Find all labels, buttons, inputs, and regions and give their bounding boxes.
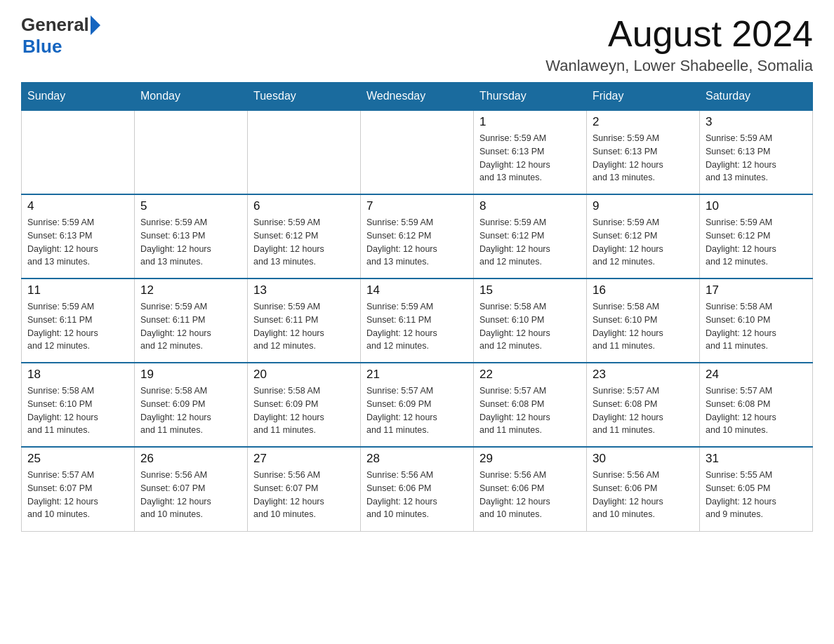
day-info: Sunrise: 5:55 AM Sunset: 6:05 PM Dayligh… (706, 469, 807, 521)
day-number: 18 (27, 368, 128, 382)
calendar-cell (361, 110, 474, 194)
title-area: August 2024 Wanlaweyn, Lower Shabeelle, … (545, 14, 813, 75)
day-info: Sunrise: 5:59 AM Sunset: 6:13 PM Dayligh… (593, 132, 694, 185)
calendar-cell: 10Sunrise: 5:59 AM Sunset: 6:12 PM Dayli… (700, 194, 813, 279)
calendar-week-row: 18Sunrise: 5:58 AM Sunset: 6:10 PM Dayli… (22, 363, 813, 447)
day-info: Sunrise: 5:56 AM Sunset: 6:06 PM Dayligh… (366, 469, 468, 521)
calendar-week-row: 25Sunrise: 5:57 AM Sunset: 6:07 PM Dayli… (22, 447, 813, 531)
calendar-cell: 2Sunrise: 5:59 AM Sunset: 6:13 PM Daylig… (587, 110, 700, 194)
day-info: Sunrise: 5:57 AM Sunset: 6:07 PM Dayligh… (27, 469, 128, 521)
calendar-cell: 12Sunrise: 5:59 AM Sunset: 6:11 PM Dayli… (135, 279, 248, 363)
month-title: August 2024 (545, 14, 813, 54)
calendar-table: SundayMondayTuesdayWednesdayThursdayFrid… (21, 82, 813, 532)
calendar-cell: 6Sunrise: 5:59 AM Sunset: 6:12 PM Daylig… (248, 194, 361, 279)
weekday-header-friday: Friday (587, 83, 700, 111)
day-number: 6 (253, 199, 355, 213)
day-number: 22 (479, 368, 581, 382)
calendar-cell: 20Sunrise: 5:58 AM Sunset: 6:09 PM Dayli… (248, 363, 361, 447)
calendar-cell (248, 110, 361, 194)
day-number: 3 (706, 115, 807, 129)
day-info: Sunrise: 5:58 AM Sunset: 6:10 PM Dayligh… (706, 300, 807, 353)
calendar-week-row: 4Sunrise: 5:59 AM Sunset: 6:13 PM Daylig… (22, 194, 813, 279)
calendar-cell (135, 110, 248, 194)
day-info: Sunrise: 5:59 AM Sunset: 6:13 PM Dayligh… (140, 216, 241, 269)
calendar-cell: 13Sunrise: 5:59 AM Sunset: 6:11 PM Dayli… (248, 279, 361, 363)
calendar-cell: 26Sunrise: 5:56 AM Sunset: 6:07 PM Dayli… (135, 447, 248, 531)
calendar-cell: 5Sunrise: 5:59 AM Sunset: 6:13 PM Daylig… (135, 194, 248, 279)
calendar-week-row: 1Sunrise: 5:59 AM Sunset: 6:13 PM Daylig… (22, 110, 813, 194)
weekday-header-saturday: Saturday (700, 83, 813, 111)
day-info: Sunrise: 5:56 AM Sunset: 6:07 PM Dayligh… (140, 469, 241, 521)
calendar-cell: 18Sunrise: 5:58 AM Sunset: 6:10 PM Dayli… (22, 363, 135, 447)
day-info: Sunrise: 5:59 AM Sunset: 6:13 PM Dayligh… (27, 216, 128, 269)
day-number: 24 (706, 368, 807, 382)
weekday-header-monday: Monday (135, 83, 248, 111)
day-info: Sunrise: 5:57 AM Sunset: 6:08 PM Dayligh… (593, 384, 694, 437)
day-number: 11 (27, 283, 128, 297)
day-number: 17 (706, 283, 807, 297)
day-number: 2 (593, 115, 694, 129)
day-info: Sunrise: 5:59 AM Sunset: 6:11 PM Dayligh… (27, 300, 128, 353)
day-info: Sunrise: 5:57 AM Sunset: 6:08 PM Dayligh… (706, 384, 807, 437)
calendar-cell: 24Sunrise: 5:57 AM Sunset: 6:08 PM Dayli… (700, 363, 813, 447)
day-info: Sunrise: 5:58 AM Sunset: 6:10 PM Dayligh… (27, 384, 128, 437)
day-info: Sunrise: 5:59 AM Sunset: 6:12 PM Dayligh… (366, 216, 468, 269)
day-info: Sunrise: 5:59 AM Sunset: 6:13 PM Dayligh… (479, 132, 581, 185)
day-number: 10 (706, 199, 807, 213)
calendar-cell: 15Sunrise: 5:58 AM Sunset: 6:10 PM Dayli… (474, 279, 587, 363)
day-number: 14 (366, 283, 468, 297)
logo-blue-text: Blue (22, 36, 62, 58)
calendar-cell: 25Sunrise: 5:57 AM Sunset: 6:07 PM Dayli… (22, 447, 135, 531)
day-number: 13 (253, 283, 355, 297)
day-number: 21 (366, 368, 468, 382)
day-number: 31 (706, 452, 807, 466)
calendar-cell: 30Sunrise: 5:56 AM Sunset: 6:06 PM Dayli… (587, 447, 700, 531)
day-number: 9 (593, 199, 694, 213)
day-number: 19 (140, 368, 241, 382)
calendar-cell: 4Sunrise: 5:59 AM Sunset: 6:13 PM Daylig… (22, 194, 135, 279)
day-info: Sunrise: 5:57 AM Sunset: 6:08 PM Dayligh… (479, 384, 581, 437)
calendar-cell: 9Sunrise: 5:59 AM Sunset: 6:12 PM Daylig… (587, 194, 700, 279)
day-info: Sunrise: 5:58 AM Sunset: 6:10 PM Dayligh… (593, 300, 694, 353)
calendar-cell: 31Sunrise: 5:55 AM Sunset: 6:05 PM Dayli… (700, 447, 813, 531)
calendar-cell: 3Sunrise: 5:59 AM Sunset: 6:13 PM Daylig… (700, 110, 813, 194)
day-number: 4 (27, 199, 128, 213)
day-info: Sunrise: 5:56 AM Sunset: 6:07 PM Dayligh… (253, 469, 355, 521)
calendar-cell: 27Sunrise: 5:56 AM Sunset: 6:07 PM Dayli… (248, 447, 361, 531)
day-info: Sunrise: 5:59 AM Sunset: 6:11 PM Dayligh… (140, 300, 241, 353)
calendar-cell: 1Sunrise: 5:59 AM Sunset: 6:13 PM Daylig… (474, 110, 587, 194)
day-number: 30 (593, 452, 694, 466)
day-number: 5 (140, 199, 241, 213)
day-number: 16 (593, 283, 694, 297)
calendar-week-row: 11Sunrise: 5:59 AM Sunset: 6:11 PM Dayli… (22, 279, 813, 363)
day-info: Sunrise: 5:58 AM Sunset: 6:09 PM Dayligh… (140, 384, 241, 437)
day-info: Sunrise: 5:59 AM Sunset: 6:12 PM Dayligh… (479, 216, 581, 269)
calendar-cell: 16Sunrise: 5:58 AM Sunset: 6:10 PM Dayli… (587, 279, 700, 363)
day-info: Sunrise: 5:58 AM Sunset: 6:10 PM Dayligh… (479, 300, 581, 353)
logo: General Blue (21, 14, 100, 58)
day-number: 27 (253, 452, 355, 466)
weekday-header-sunday: Sunday (22, 83, 135, 111)
day-info: Sunrise: 5:57 AM Sunset: 6:09 PM Dayligh… (366, 384, 468, 437)
day-info: Sunrise: 5:58 AM Sunset: 6:09 PM Dayligh… (253, 384, 355, 437)
day-info: Sunrise: 5:56 AM Sunset: 6:06 PM Dayligh… (479, 469, 581, 521)
calendar-cell: 29Sunrise: 5:56 AM Sunset: 6:06 PM Dayli… (474, 447, 587, 531)
day-number: 23 (593, 368, 694, 382)
logo-general-text: General (21, 14, 89, 36)
calendar-cell: 28Sunrise: 5:56 AM Sunset: 6:06 PM Dayli… (361, 447, 474, 531)
day-number: 25 (27, 452, 128, 466)
day-number: 20 (253, 368, 355, 382)
day-number: 15 (479, 283, 581, 297)
day-info: Sunrise: 5:59 AM Sunset: 6:12 PM Dayligh… (706, 216, 807, 269)
day-number: 1 (479, 115, 581, 129)
calendar-header-row: SundayMondayTuesdayWednesdayThursdayFrid… (22, 83, 813, 111)
day-info: Sunrise: 5:59 AM Sunset: 6:12 PM Dayligh… (253, 216, 355, 269)
calendar-cell: 11Sunrise: 5:59 AM Sunset: 6:11 PM Dayli… (22, 279, 135, 363)
calendar-cell: 22Sunrise: 5:57 AM Sunset: 6:08 PM Dayli… (474, 363, 587, 447)
day-info: Sunrise: 5:56 AM Sunset: 6:06 PM Dayligh… (593, 469, 694, 521)
calendar-cell: 23Sunrise: 5:57 AM Sunset: 6:08 PM Dayli… (587, 363, 700, 447)
calendar-cell: 17Sunrise: 5:58 AM Sunset: 6:10 PM Dayli… (700, 279, 813, 363)
calendar-cell: 7Sunrise: 5:59 AM Sunset: 6:12 PM Daylig… (361, 194, 474, 279)
weekday-header-tuesday: Tuesday (248, 83, 361, 111)
logo-triangle-icon (91, 15, 100, 35)
